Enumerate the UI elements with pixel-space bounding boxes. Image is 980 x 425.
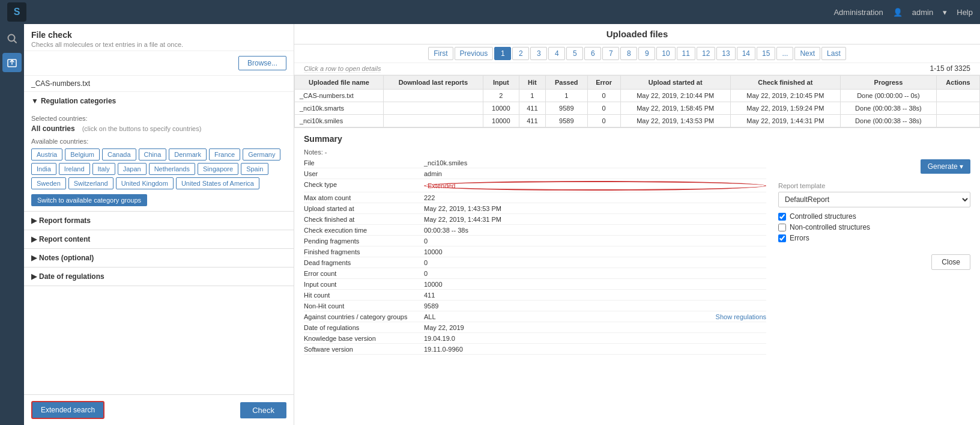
sidebar-icon-search[interactable] [2, 29, 22, 48]
chevron-right-icon4: ▶ [31, 272, 37, 281]
notes-label: Notes: [304, 148, 325, 156]
page-btn-8[interactable]: 8 [620, 47, 637, 60]
administration-link[interactable]: Administration [833, 8, 883, 17]
country-btn-singapore[interactable]: Singapore [198, 163, 238, 175]
page-btn-7[interactable]: 7 [602, 47, 619, 60]
notes-header[interactable]: ▶ Notes (optional) [24, 249, 294, 267]
page-btn-13[interactable]: 13 [716, 47, 735, 60]
summary-key: File [304, 159, 424, 167]
page-btn-...[interactable]: ... [776, 47, 793, 60]
table-cell-6: May 22, 2019, 1:43:53 PM [620, 115, 730, 127]
country-btn-united-states-of-america[interactable]: United States of America [176, 177, 259, 189]
page-btn-11[interactable]: 11 [677, 47, 695, 60]
table-row[interactable]: _nci10k.smarts1000041195890May 22, 2019,… [295, 102, 980, 115]
col-header-progress: Progress [840, 76, 936, 90]
country-btn-ireland[interactable]: Ireland [59, 163, 90, 175]
page-btn-last[interactable]: Last [821, 47, 846, 60]
summary-row: Useradmin [304, 170, 766, 179]
summary-value: Extended [424, 181, 766, 191]
chevron-down-icon: ▼ [31, 97, 38, 105]
report-content-header[interactable]: ▶ Report content [24, 230, 294, 248]
col-header-passed: Passed [545, 76, 587, 90]
summary-row: Non-Hit count9589 [304, 302, 766, 311]
col-header-check-finished-at: Check finished at [730, 76, 840, 90]
country-btn-netherlands[interactable]: Netherlands [149, 163, 195, 175]
table-row[interactable]: _nci10k.smiles1000041195890May 22, 2019,… [295, 115, 980, 127]
page-btn-2[interactable]: 2 [512, 47, 529, 60]
checkbox-label: Non-controlled structures [790, 223, 870, 231]
chevron-right-icon2: ▶ [31, 235, 37, 243]
close-button[interactable]: Close [931, 254, 970, 270]
check-button[interactable]: Check [240, 402, 286, 418]
extended-search-button[interactable]: Extended search [31, 401, 104, 419]
panel-title: File check [31, 30, 286, 40]
show-regulations-link[interactable]: Show regulations [716, 313, 766, 320]
country-btn-china[interactable]: China [139, 148, 167, 161]
summary-title: Summary [304, 134, 970, 144]
country-btn-denmark[interactable]: Denmark [169, 148, 207, 161]
page-btn-14[interactable]: 14 [737, 47, 755, 60]
browse-button[interactable]: Browse... [238, 56, 286, 70]
section-regulation-categories: ▼ Regulation categories Selected countri… [24, 92, 294, 212]
date-regulations-header[interactable]: ▶ Date of regulations [24, 268, 294, 286]
summary-row: Max atom count222 [304, 194, 766, 203]
page-btn-4[interactable]: 4 [548, 47, 565, 60]
country-btn-japan[interactable]: Japan [118, 163, 147, 175]
summary-value: May 22, 2019 [424, 324, 766, 331]
regulation-categories-header[interactable]: ▼ Regulation categories [24, 92, 294, 110]
top-nav: S Administration 👤 admin ▾ Help [0, 0, 980, 24]
report-formats-header[interactable]: ▶ Report formats [24, 212, 294, 230]
report-template-select[interactable]: DefaultReport [778, 192, 970, 207]
help-link[interactable]: Help [957, 8, 973, 17]
checkbox-errors[interactable] [778, 234, 786, 242]
table-cell-5: 0 [587, 115, 620, 127]
page-btn-5[interactable]: 5 [566, 47, 583, 60]
country-btn-spain[interactable]: Spain [241, 163, 268, 175]
page-btn-3[interactable]: 3 [530, 47, 547, 60]
summary-key: Software version [304, 346, 424, 353]
table-cell-2: 10000 [483, 102, 519, 115]
country-btn-switzerland[interactable]: Switzerland [68, 177, 113, 189]
sidebar-icon-upload[interactable] [2, 53, 22, 72]
main-layout: File check Checks all molecules or text … [0, 24, 980, 425]
summary-key: Dead fragments [304, 259, 424, 266]
section-date-regulations: ▶ Date of regulations [24, 268, 294, 286]
report-template-label: Report template [778, 182, 970, 189]
summary-value: 411 [424, 292, 766, 299]
generate-button[interactable]: Generate ▾ [921, 159, 970, 174]
col-header-input: Input [483, 76, 519, 90]
page-btn-12[interactable]: 12 [697, 47, 715, 60]
country-btn-austria[interactable]: Austria [31, 148, 62, 161]
summary-key: Hit count [304, 292, 424, 299]
checkbox-non-controlled-structures[interactable] [778, 224, 786, 231]
page-btn-previous[interactable]: Previous [455, 47, 494, 60]
country-btn-sweden[interactable]: Sweden [31, 177, 66, 189]
country-btn-italy[interactable]: Italy [92, 163, 115, 175]
page-btn-1[interactable]: 1 [494, 47, 511, 60]
country-btn-canada[interactable]: Canada [102, 148, 136, 161]
country-btn-united-kingdom[interactable]: United Kingdom [116, 177, 174, 189]
table-cell-4: 9589 [545, 102, 587, 115]
country-btn-france[interactable]: France [209, 148, 240, 161]
country-btn-india[interactable]: India [31, 163, 56, 175]
click-hint: Click a row to open details [304, 65, 381, 73]
page-btn-next[interactable]: Next [794, 47, 820, 60]
page-btn-15[interactable]: 15 [757, 47, 775, 60]
page-btn-6[interactable]: 6 [584, 47, 601, 60]
page-btn-10[interactable]: 10 [656, 47, 675, 60]
page-btn-9[interactable]: 9 [638, 47, 655, 60]
table-cell-7: May 22, 2019, 2:10:45 PM [730, 90, 840, 102]
col-header-error: Error [587, 76, 620, 90]
country-btn-germany[interactable]: Germany [243, 148, 280, 161]
report-template-group: Report template DefaultReport [778, 182, 970, 207]
admin-user-label[interactable]: admin [912, 8, 933, 17]
summary-row: Check execution time00:00:38 -- 38s [304, 227, 766, 236]
switch-category-groups-button[interactable]: Switch to available category groups [31, 194, 147, 206]
table-cell-1 [383, 102, 483, 115]
checkbox-controlled-structures[interactable] [778, 213, 786, 221]
country-btn-belgium[interactable]: Belgium [65, 148, 100, 161]
selected-countries-label: Selected countries: [31, 115, 286, 122]
table-row[interactable]: _CAS-numbers.txt2110May 22, 2019, 2:10:4… [295, 90, 980, 102]
page-btn-first[interactable]: First [428, 47, 453, 60]
col-header-actions: Actions [937, 76, 980, 90]
